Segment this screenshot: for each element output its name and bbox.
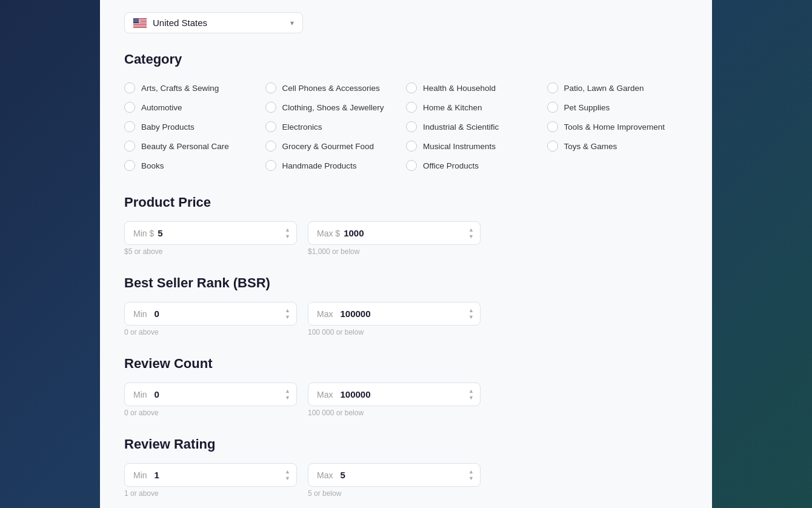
category-item-musical[interactable]: Musical Instruments [406,136,547,156]
spin-up-icon[interactable]: ▲ [285,308,290,313]
radio-toys [547,141,558,152]
category-item-patio[interactable]: Patio, Lawn & Garden [547,78,688,98]
category-item-office[interactable]: Office Products [406,156,547,175]
spin-down-icon[interactable]: ▼ [468,315,474,320]
category-item-toys[interactable]: Toys & Games [547,136,688,156]
spin-down-icon[interactable]: ▼ [468,234,474,239]
spin-down-icon[interactable]: ▼ [468,476,474,481]
spin-up-icon[interactable]: ▲ [285,469,290,475]
radio-cellphones [265,82,276,93]
radio-electronics [265,121,276,132]
review-count-min-prefix: Min [133,390,147,399]
category-label-automotive: Automotive [141,103,182,112]
category-item-home[interactable]: Home & Kitchen [406,98,547,117]
product-price-min-value: 5 [158,228,162,238]
review-rating-max-value: 5 [340,470,345,480]
category-item-electronics[interactable]: Electronics [265,117,407,136]
category-item-clothing[interactable]: Clothing, Shoes & Jewellery [265,98,407,117]
spin-down-icon[interactable]: ▼ [285,476,290,481]
category-col-0: Arts, Crafts & Sewing Automotive Baby Pr… [124,78,265,175]
spin-down-icon[interactable]: ▼ [285,395,290,401]
product-price-title: Product Price [124,195,688,210]
spin-down-icon[interactable]: ▼ [468,395,474,401]
product-price-min-spinner[interactable]: ▲ ▼ [285,227,290,239]
radio-handmade [265,160,276,171]
bsr-inputs: Min 0 ▲ ▼ 0 or above Max 100000 ▲ ▼ [124,302,688,336]
review-count-section: Review Count Min 0 ▲ ▼ 0 or above Max 10… [124,356,688,417]
category-item-handmade[interactable]: Handmade Products [265,156,407,175]
radio-grocery [265,141,276,152]
review-count-min-spinner[interactable]: ▲ ▼ [285,389,290,401]
category-label-handmade: Handmade Products [282,161,357,170]
review-count-min-hint: 0 or above [124,409,297,417]
category-label-books: Books [141,161,164,170]
spin-up-icon[interactable]: ▲ [285,227,290,233]
category-item-tools[interactable]: Tools & Home Improvement [547,117,688,136]
category-label-health: Health & Household [423,84,496,93]
category-item-health[interactable]: Health & Household [406,78,547,98]
category-item-pet[interactable]: Pet Supplies [547,98,688,117]
category-label-arts: Arts, Crafts & Sewing [141,84,219,93]
category-item-baby[interactable]: Baby Products [124,117,265,136]
category-label-home: Home & Kitchen [423,103,482,112]
spin-up-icon[interactable]: ▲ [285,389,290,394]
bsr-min-input[interactable]: Min 0 ▲ ▼ [124,302,297,326]
bsr-min-value: 0 [155,309,159,319]
product-price-max-prefix: Max $ [317,229,340,238]
product-price-max-value: 1000 [344,228,364,238]
review-rating-min-spinner[interactable]: ▲ ▼ [285,469,290,481]
country-label: United States [153,18,284,28]
category-item-automotive[interactable]: Automotive [124,98,265,117]
chevron-down-icon: ▾ [290,19,294,27]
category-label-beauty: Beauty & Personal Care [141,142,229,151]
spin-up-icon[interactable]: ▲ [468,227,474,233]
category-item-books[interactable]: Books [124,156,265,175]
spin-up-icon[interactable]: ▲ [468,308,474,313]
review-count-max-value: 100000 [340,389,370,399]
review-rating-min-value: 1 [155,470,159,480]
review-rating-min-prefix: Min [133,470,147,480]
product-price-max-spinner[interactable]: ▲ ▼ [468,227,474,239]
category-item-grocery[interactable]: Grocery & Gourmet Food [265,136,407,156]
product-price-inputs: Min $ 5 ▲ ▼ $5 or above Max $ 1000 ▲ ▼ [124,221,688,256]
product-price-min-input[interactable]: Min $ 5 ▲ ▼ [124,221,297,245]
bsr-min-prefix: Min [133,309,147,319]
product-price-min-prefix: Min $ [133,229,154,238]
review-count-max-spinner[interactable]: ▲ ▼ [468,389,474,401]
category-label-clothing: Clothing, Shoes & Jewellery [282,103,384,112]
review-rating-max-input[interactable]: Max 5 ▲ ▼ [308,463,481,487]
spin-up-icon[interactable]: ▲ [468,469,474,475]
category-label-musical: Musical Instruments [423,142,496,151]
svg-rect-5 [133,25,147,25]
category-item-beauty[interactable]: Beauty & Personal Care [124,136,265,156]
review-rating-max-spinner[interactable]: ▲ ▼ [468,469,474,481]
radio-health [406,82,417,93]
radio-baby [124,121,135,132]
bsr-max-input[interactable]: Max 100000 ▲ ▼ [308,302,481,326]
bsr-title: Best Seller Rank (BSR) [124,275,688,291]
category-item-arts[interactable]: Arts, Crafts & Sewing [124,78,265,98]
bsr-max-spinner[interactable]: ▲ ▼ [468,308,474,320]
bsr-min-spinner[interactable]: ▲ ▼ [285,308,290,320]
product-price-max-hint: $1,000 or below [308,247,481,256]
category-label-toys: Toys & Games [564,142,617,151]
radio-home [406,102,417,113]
review-rating-min-input[interactable]: Min 1 ▲ ▼ [124,463,297,487]
radio-books [124,160,135,171]
category-label-grocery: Grocery & Gourmet Food [282,142,374,151]
review-count-min-input[interactable]: Min 0 ▲ ▼ [124,383,297,406]
product-price-max-input[interactable]: Max $ 1000 ▲ ▼ [308,221,481,245]
category-label-patio: Patio, Lawn & Garden [564,84,644,93]
spin-down-icon[interactable]: ▼ [285,315,290,320]
bsr-max-value: 100000 [340,309,370,319]
spin-up-icon[interactable]: ▲ [468,389,474,394]
category-label-baby: Baby Products [141,122,195,132]
review-count-max-input[interactable]: Max 100000 ▲ ▼ [308,383,481,406]
category-item-industrial[interactable]: Industrial & Scientific [406,117,547,136]
category-label-tools: Tools & Home Improvement [564,122,665,132]
category-item-cellphones[interactable]: Cell Phones & Accessories [265,78,407,98]
radio-automotive [124,102,135,113]
spin-down-icon[interactable]: ▼ [285,234,290,239]
category-col-3: Patio, Lawn & Garden Pet Supplies Tools … [547,78,688,175]
country-select[interactable]: ★★★★★★ ★★★★★ ★★★★★★ ★★★★★ United States … [124,12,303,33]
